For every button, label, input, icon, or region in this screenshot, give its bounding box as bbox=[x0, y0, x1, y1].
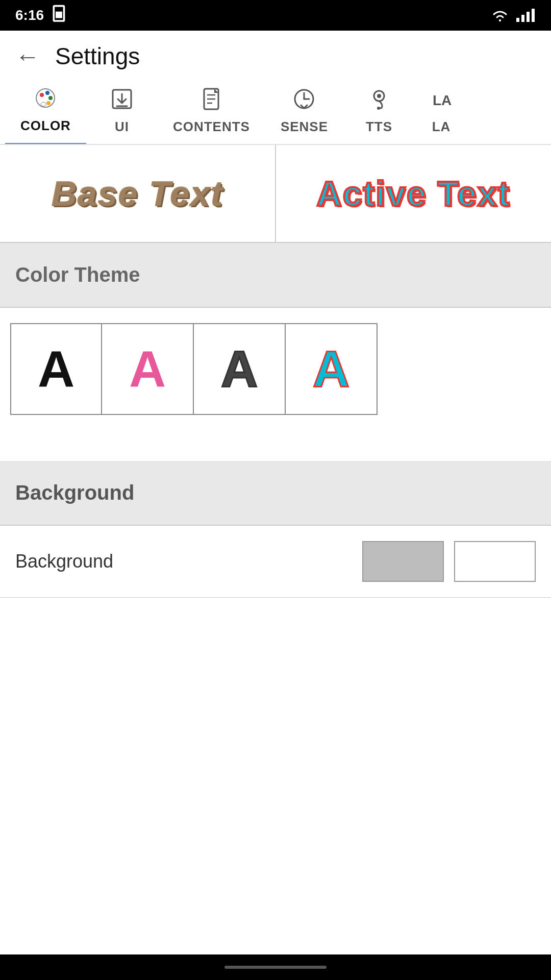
status-icons bbox=[490, 8, 536, 23]
tab-contents-label: CONTENTS bbox=[173, 119, 250, 135]
theme-option-dark[interactable]: A bbox=[194, 323, 286, 415]
tab-color[interactable]: COLOR bbox=[5, 82, 86, 145]
theme-a-black-letter: A bbox=[38, 340, 74, 399]
svg-point-10 bbox=[48, 96, 53, 100]
background-section-header: Background bbox=[0, 461, 551, 526]
svg-rect-4 bbox=[521, 15, 524, 22]
color-theme-section-header: Color Theme bbox=[0, 243, 551, 308]
svg-rect-1 bbox=[56, 12, 62, 18]
base-text-preview[interactable]: Base Text bbox=[0, 145, 276, 242]
la-icon: LA bbox=[430, 88, 453, 115]
svg-rect-5 bbox=[527, 12, 530, 22]
tab-ui-label: UI bbox=[115, 119, 129, 135]
download-box-icon bbox=[111, 88, 133, 115]
svg-point-12 bbox=[41, 102, 46, 106]
svg-point-8 bbox=[40, 93, 44, 97]
hearing-icon bbox=[368, 88, 390, 115]
color-swatch-white[interactable] bbox=[454, 541, 536, 582]
base-text-display: Base Text bbox=[52, 174, 223, 213]
active-text-preview[interactable]: Active Text bbox=[276, 145, 551, 242]
background-item-label: Background bbox=[15, 551, 113, 572]
wifi-icon bbox=[490, 8, 510, 23]
color-swatch-grey[interactable] bbox=[362, 541, 444, 582]
home-indicator bbox=[224, 966, 327, 969]
svg-rect-3 bbox=[516, 18, 519, 22]
active-text-display: Active Text bbox=[317, 174, 511, 213]
page-title: Settings bbox=[55, 42, 140, 70]
svg-rect-6 bbox=[532, 9, 535, 22]
tab-sense[interactable]: SENSE bbox=[265, 83, 343, 144]
status-time: 6:16 bbox=[15, 7, 44, 23]
tabs-bar: COLOR UI CONTENTS bbox=[0, 82, 551, 145]
bottom-nav-bar bbox=[0, 954, 551, 980]
clock-down-icon bbox=[293, 88, 315, 115]
theme-a-pink-letter: A bbox=[129, 340, 166, 399]
signal-icon bbox=[515, 8, 536, 23]
svg-point-25 bbox=[377, 107, 380, 110]
theme-a-colored-letter: A bbox=[313, 340, 349, 399]
svg-point-9 bbox=[45, 91, 49, 95]
document-icon bbox=[200, 88, 222, 115]
tab-ui[interactable]: UI bbox=[86, 83, 158, 144]
theme-option-black[interactable]: A bbox=[10, 323, 102, 415]
status-bar: 6:16 bbox=[0, 0, 551, 31]
tab-sense-label: SENSE bbox=[281, 119, 328, 135]
spacer-1 bbox=[0, 430, 551, 461]
sim-card-icon bbox=[50, 4, 72, 27]
back-button[interactable]: ← bbox=[15, 42, 40, 70]
text-preview-section: Base Text Active Text bbox=[0, 145, 551, 243]
tab-color-label: COLOR bbox=[20, 118, 71, 134]
svg-point-2 bbox=[499, 19, 501, 21]
theme-option-colored[interactable]: A bbox=[286, 323, 378, 415]
svg-point-11 bbox=[46, 101, 51, 105]
tab-contents[interactable]: CONTENTS bbox=[158, 83, 265, 144]
theme-a-dark-letter: A bbox=[221, 340, 258, 399]
tab-tts-label: TTS bbox=[366, 119, 392, 135]
svg-point-24 bbox=[377, 94, 381, 98]
background-controls bbox=[362, 541, 536, 582]
tab-tts[interactable]: TTS bbox=[343, 83, 415, 144]
palette-icon bbox=[34, 87, 57, 114]
tab-la-label: LA bbox=[432, 119, 451, 135]
color-theme-title: Color Theme bbox=[15, 263, 140, 286]
background-section-title: Background bbox=[15, 481, 134, 504]
color-theme-options: A A A A bbox=[0, 308, 551, 430]
theme-option-pink[interactable]: A bbox=[102, 323, 194, 415]
tab-la[interactable]: LA LA bbox=[415, 83, 468, 144]
background-item[interactable]: Background bbox=[0, 526, 551, 598]
header: ← Settings bbox=[0, 31, 551, 82]
svg-text:LA: LA bbox=[433, 92, 452, 108]
